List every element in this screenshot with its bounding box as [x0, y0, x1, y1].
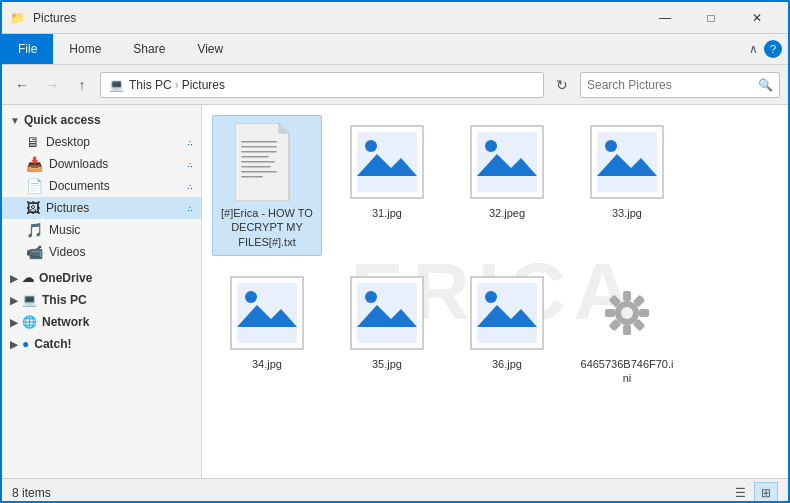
img-file-icon — [349, 275, 425, 351]
back-button[interactable]: ← — [10, 73, 34, 97]
svg-point-29 — [365, 291, 377, 303]
file-name: 32.jpeg — [489, 206, 525, 220]
file-grid: [#]Erica - HOW TO DECRYPT MY FILES[#].tx… — [212, 115, 778, 392]
img-file-icon — [349, 124, 425, 200]
refresh-button[interactable]: ↻ — [550, 73, 574, 97]
quick-access-header[interactable]: ▼ Quick access — [2, 109, 201, 131]
minimize-button[interactable]: — — [642, 2, 688, 34]
address-path[interactable]: 💻 This PC › Pictures — [100, 72, 544, 98]
pin-icon: ⛬ — [185, 203, 195, 214]
svg-rect-4 — [241, 151, 277, 153]
this-pc-icon: 💻 — [22, 293, 37, 307]
sidebar-item-pictures[interactable]: 🖼 Pictures ⛬ — [2, 197, 201, 219]
file-name: 6465736B746F70.ini — [579, 357, 675, 386]
pin-icon: ⛬ — [185, 159, 195, 170]
svg-rect-7 — [241, 166, 271, 168]
large-icon-view-button[interactable]: ⊞ — [754, 482, 778, 504]
title-bar-icons: 📁 — [10, 11, 25, 25]
svg-rect-5 — [241, 156, 269, 158]
list-item[interactable]: 6465736B746F70.ini — [572, 266, 682, 393]
onedrive-icon: ☁ — [22, 271, 34, 285]
chevron-icon: ▶ — [10, 295, 18, 306]
file-icon-wrapper — [587, 122, 667, 202]
svg-point-25 — [245, 291, 257, 303]
file-name: 35.jpg — [372, 357, 402, 371]
pictures-icon: 🖼 — [26, 200, 40, 216]
documents-icon: 📄 — [26, 178, 43, 194]
window-controls: — □ ✕ — [642, 2, 780, 34]
list-item[interactable]: [#]Erica - HOW TO DECRYPT MY FILES[#].tx… — [212, 115, 322, 256]
svg-rect-39 — [639, 309, 649, 317]
search-box[interactable]: 🔍 — [580, 72, 780, 98]
pin-icon: ⛬ — [185, 181, 195, 192]
music-icon: 🎵 — [26, 222, 43, 238]
svg-rect-27 — [357, 283, 417, 343]
status-bar: 8 items ☰ ⊞ — [2, 478, 788, 503]
list-item[interactable]: 32.jpeg — [452, 115, 562, 256]
list-view-button[interactable]: ☰ — [728, 482, 752, 504]
svg-point-17 — [485, 140, 497, 152]
catch-header[interactable]: ▶ ● Catch! — [2, 333, 201, 355]
title-bar: 📁 Pictures — □ ✕ — [2, 2, 788, 34]
svg-marker-1 — [279, 123, 289, 133]
svg-rect-23 — [237, 283, 297, 343]
close-button[interactable]: ✕ — [734, 2, 780, 34]
file-name: 36.jpg — [492, 357, 522, 371]
onedrive-header[interactable]: ▶ ☁ OneDrive — [2, 267, 201, 289]
svg-rect-3 — [241, 146, 277, 148]
title-text: Pictures — [33, 11, 642, 25]
catch-label: Catch! — [34, 337, 71, 351]
list-item[interactable]: 34.jpg — [212, 266, 322, 393]
tab-home[interactable]: Home — [53, 34, 117, 64]
list-item[interactable]: 35.jpg — [332, 266, 442, 393]
list-item[interactable]: 33.jpg — [572, 115, 682, 256]
list-item[interactable]: 36.jpg — [452, 266, 562, 393]
downloads-icon: 📥 — [26, 156, 43, 172]
file-name: 33.jpg — [612, 206, 642, 220]
up-button[interactable]: ↑ — [70, 73, 94, 97]
sidebar-item-videos[interactable]: 📹 Videos — [2, 241, 201, 263]
sidebar-item-downloads[interactable]: 📥 Downloads ⛬ — [2, 153, 201, 175]
maximize-button[interactable]: □ — [688, 2, 734, 34]
network-header[interactable]: ▶ 🌐 Network — [2, 311, 201, 333]
svg-rect-11 — [357, 132, 417, 192]
file-name: 34.jpg — [252, 357, 282, 371]
path-pictures[interactable]: Pictures — [182, 78, 225, 92]
desktop-icon: 🖥 — [26, 134, 40, 150]
sidebar-item-music[interactable]: 🎵 Music — [2, 219, 201, 241]
view-buttons: ☰ ⊞ — [728, 482, 778, 504]
file-name: [#]Erica - HOW TO DECRYPT MY FILES[#].tx… — [219, 206, 315, 249]
svg-rect-37 — [623, 325, 631, 335]
svg-point-35 — [621, 307, 633, 319]
chevron-icon: ▼ — [10, 115, 20, 126]
img-file-icon — [469, 124, 545, 200]
forward-button[interactable]: → — [40, 73, 64, 97]
collapse-ribbon-button[interactable]: ∧ — [749, 42, 758, 56]
chevron-icon: ▶ — [10, 339, 18, 350]
tab-file[interactable]: File — [2, 34, 53, 64]
path-separator: › — [175, 78, 179, 92]
svg-rect-2 — [241, 141, 277, 143]
this-pc-header[interactable]: ▶ 💻 This PC — [2, 289, 201, 311]
tab-view[interactable]: View — [181, 34, 239, 64]
item-count: 8 items — [12, 486, 51, 500]
list-item[interactable]: 31.jpg — [332, 115, 442, 256]
file-name: 31.jpg — [372, 206, 402, 220]
tab-share[interactable]: Share — [117, 34, 181, 64]
sidebar-item-label: Pictures — [46, 201, 89, 215]
svg-point-33 — [485, 291, 497, 303]
svg-point-13 — [365, 140, 377, 152]
file-icon-wrapper — [467, 273, 547, 353]
help-button[interactable]: ? — [764, 40, 782, 58]
sidebar-item-desktop[interactable]: 🖥 Desktop ⛬ — [2, 131, 201, 153]
path-this-pc[interactable]: This PC — [129, 78, 172, 92]
file-icon-wrapper — [587, 273, 667, 353]
txt-file-icon — [235, 123, 299, 201]
sidebar-item-label: Documents — [49, 179, 110, 193]
this-pc-label: This PC — [42, 293, 87, 307]
search-input[interactable] — [587, 78, 754, 92]
sidebar-item-documents[interactable]: 📄 Documents ⛬ — [2, 175, 201, 197]
content-area: ERICA — [202, 105, 788, 478]
file-icon-wrapper — [227, 273, 307, 353]
catch-icon: ● — [22, 337, 29, 351]
